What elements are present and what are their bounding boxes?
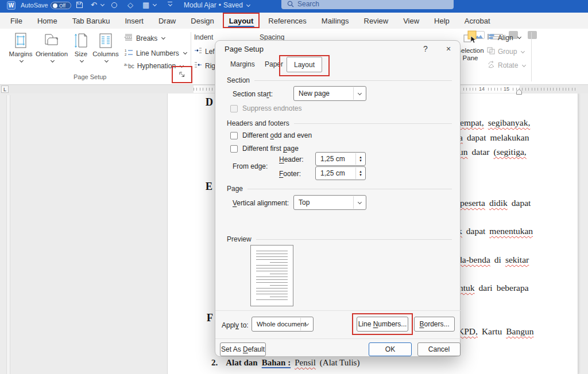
columns-button[interactable]: Columns <box>91 31 121 63</box>
gallery-item-send-backward[interactable] <box>528 31 537 39</box>
dialog-tab-margins[interactable]: Margins <box>223 57 262 72</box>
title-bar: W AutoSave Off ↶ ◇ ▦ Modul Ajar•Saved Se… <box>0 0 588 13</box>
tab-references[interactable]: References <box>265 14 310 28</box>
vertical-ruler <box>6 95 10 374</box>
ruler-number-15: 15 <box>502 86 510 92</box>
checkbox-box <box>230 145 238 153</box>
dialog-launcher-icon <box>179 71 185 78</box>
document-title[interactable]: Modul Ajar•Saved <box>184 1 250 9</box>
breaks-button[interactable]: Breaks <box>124 33 165 43</box>
dialog-divider <box>215 310 461 311</box>
tab-layout[interactable]: Layout <box>226 14 257 28</box>
orientation-button[interactable]: Orientation <box>36 31 68 63</box>
align-icon <box>487 33 495 42</box>
preview-group-header: Preview <box>227 235 452 243</box>
rotate-icon <box>487 61 495 70</box>
spinner-arrows[interactable]: ▲▼ <box>355 153 365 165</box>
rotate-button[interactable]: Rotate <box>487 61 525 70</box>
chevron-down-icon[interactable] <box>353 87 366 100</box>
size-button[interactable]: Size <box>70 31 92 63</box>
suppress-endnotes-checkbox[interactable]: Suppress endnotes <box>230 104 301 112</box>
shape-icon[interactable]: ◇ <box>127 1 133 9</box>
undo-icon[interactable]: ↶ <box>91 1 104 9</box>
autosave-toggle[interactable]: Off <box>51 2 71 9</box>
chevron-down-icon[interactable] <box>353 196 366 209</box>
indent-label: Indent <box>194 33 213 41</box>
page-setup-dialog: Page Setup ? × Margins Paper Layout Sect… <box>215 40 461 357</box>
help-icon[interactable]: ? <box>420 44 431 53</box>
different-first-page-checkbox[interactable]: Different first page <box>230 145 299 153</box>
headers-footers-group-header: Headers and footers <box>227 119 452 127</box>
doc-text-line: KPD,KartuBangun <box>458 326 537 337</box>
tab-insert[interactable]: Insert <box>121 14 147 28</box>
save-icon[interactable] <box>76 1 83 9</box>
line-numbers-icon: 12 <box>124 48 133 58</box>
doc-heading-e: E <box>206 181 212 193</box>
line-numbers-dialog-button[interactable]: Line Numbers... <box>357 317 408 332</box>
section-group-header: Section <box>227 76 452 84</box>
checkbox-box <box>230 132 238 139</box>
tab-draw[interactable]: Draw <box>155 14 179 28</box>
breaks-icon <box>124 33 133 43</box>
set-as-default-button[interactable]: Set As Default <box>220 342 266 356</box>
close-icon[interactable]: × <box>443 44 454 53</box>
from-edge-label: From edge: <box>233 162 268 170</box>
doc-text-line: kdapatmenentukan <box>458 226 537 236</box>
align-button[interactable]: Align <box>487 33 521 42</box>
doc-heading-f: F <box>207 312 213 324</box>
indent-left-icon <box>194 47 202 56</box>
page-preview-thumbnail <box>250 245 293 306</box>
tab-help[interactable]: Help <box>431 14 453 28</box>
group-button[interactable]: Group <box>487 47 524 56</box>
spinner-arrows[interactable]: ▲▼ <box>355 167 365 179</box>
active-tab-underline <box>228 26 255 28</box>
svg-text:2: 2 <box>125 53 127 56</box>
indent-right-icon <box>194 61 202 70</box>
tab-acrobat[interactable]: Acrobat <box>461 14 494 28</box>
section-start-dropdown[interactable]: New page <box>293 86 366 101</box>
checkbox-box <box>230 105 238 112</box>
hyphenation-icon: a-bc <box>124 62 134 69</box>
toggle-dot <box>53 3 57 8</box>
cancel-button[interactable]: Cancel <box>417 342 461 356</box>
quick-access-more-icon[interactable] <box>168 2 172 6</box>
doc-heading-d: D <box>206 96 213 108</box>
tab-design[interactable]: Design <box>187 14 217 28</box>
footer-distance-spinner[interactable]: 1,25 cm ▲▼ <box>315 166 366 180</box>
doc-text-line: undatar(segitiga, <box>459 147 531 157</box>
refresh-icon[interactable] <box>111 2 117 8</box>
footer-distance-label: Footer: <box>279 170 301 178</box>
dialog-tab-layout[interactable]: Layout <box>287 57 322 72</box>
doc-text-line: pesertadidikdapat <box>460 198 535 208</box>
apply-to-dropdown[interactable]: Whole document <box>252 317 314 332</box>
search-placeholder: Search <box>297 0 319 8</box>
tab-home[interactable]: Home <box>34 14 61 28</box>
tab-review[interactable]: Review <box>361 14 392 28</box>
tab-stop-selector[interactable]: L <box>1 85 9 93</box>
doc-text-line: ntukdaribeberapa <box>459 283 533 293</box>
search-input[interactable]: Search <box>281 0 454 9</box>
header-distance-spinner[interactable]: 1,25 cm ▲▼ <box>315 152 366 166</box>
ok-button[interactable]: OK <box>369 342 412 356</box>
page-setup-dialog-launcher[interactable] <box>176 69 188 80</box>
dialog-tab-paper[interactable]: Paper <box>258 57 290 72</box>
vertical-alignment-dropdown[interactable]: Top <box>293 195 366 210</box>
selection-pane-button[interactable]: SelectionPane <box>457 30 484 62</box>
different-odd-even-checkbox[interactable]: Different odd and even <box>230 131 312 139</box>
page-group-header: Page <box>227 185 452 193</box>
right-indent-marker[interactable] <box>516 87 522 97</box>
chevron-down-icon[interactable] <box>300 318 313 330</box>
margins-button[interactable]: Margins <box>6 31 36 63</box>
tab-mailings[interactable]: Mailings <box>318 14 353 28</box>
hyphenation-button[interactable]: a-bc Hyphenation <box>124 62 183 70</box>
table-icon[interactable]: ▦ <box>142 1 156 9</box>
margins-icon <box>13 31 29 50</box>
borders-button[interactable]: Borders... <box>414 317 455 332</box>
tab-view[interactable]: View <box>400 14 423 28</box>
word-logo: W <box>7 1 16 10</box>
tab-file[interactable]: File <box>7 14 26 28</box>
tab-tab-baruku[interactable]: Tab Baruku <box>69 14 114 28</box>
vertical-alignment-label: Vertical alignment: <box>233 199 289 207</box>
line-numbers-button[interactable]: 12 Line Numbers <box>124 48 187 58</box>
columns-icon <box>98 31 114 50</box>
